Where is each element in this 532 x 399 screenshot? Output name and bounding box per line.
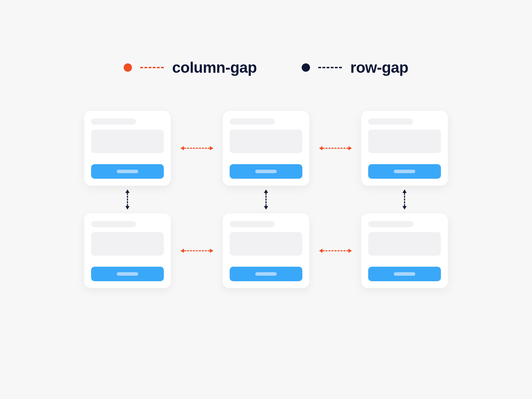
placeholder-button <box>91 267 164 281</box>
placeholder-title <box>368 221 413 227</box>
dashed-line-icon <box>318 67 342 68</box>
arrow-up-icon <box>264 189 268 193</box>
placeholder-button <box>368 267 441 281</box>
placeholder-body <box>91 130 164 153</box>
dashed-line-icon <box>404 193 405 206</box>
arrow-down-icon <box>125 206 130 210</box>
legend-item-row-gap: row-gap <box>302 59 408 76</box>
arrow-right-icon <box>210 146 213 150</box>
diagram-stage <box>84 111 448 288</box>
arrow-right-icon <box>348 249 352 253</box>
row-gap-arrow-icon <box>125 189 130 210</box>
arrow-right-icon <box>348 146 352 150</box>
placeholder-title <box>368 118 413 125</box>
card <box>223 213 309 288</box>
placeholder-body <box>91 232 164 256</box>
arrow-up-icon <box>402 189 407 193</box>
placeholder-title <box>91 118 136 125</box>
arrow-left-icon <box>319 249 322 253</box>
placeholder-body <box>230 130 302 153</box>
arrow-down-icon <box>264 206 268 210</box>
arrow-down-icon <box>402 206 407 210</box>
card <box>84 213 171 288</box>
arrow-left-icon <box>180 249 184 253</box>
placeholder-body <box>368 232 441 256</box>
dashed-line-icon <box>140 67 164 68</box>
legend-label: row-gap <box>350 59 408 76</box>
placeholder-title <box>230 221 275 227</box>
column-gap-arrow-icon <box>180 146 213 150</box>
placeholder-button <box>230 267 302 281</box>
arrow-left-icon <box>180 146 184 150</box>
column-gap-arrow-icon <box>180 249 213 253</box>
dashed-line-icon <box>322 250 348 251</box>
placeholder-button <box>230 164 302 179</box>
column-gap-arrow-icon <box>319 249 352 253</box>
legend-item-column-gap: column-gap <box>124 59 257 76</box>
arrow-right-icon <box>210 249 213 253</box>
dot-icon <box>302 63 310 72</box>
placeholder-button-label <box>255 170 277 173</box>
dashed-line-icon <box>184 250 210 251</box>
arrow-up-icon <box>125 189 130 193</box>
placeholder-title <box>91 221 136 227</box>
row-gap-arrow-icon <box>402 189 407 210</box>
dashed-line-icon <box>266 193 267 206</box>
dashed-line-icon <box>322 148 348 149</box>
placeholder-body <box>230 232 302 256</box>
card <box>361 111 448 186</box>
placeholder-button-label <box>394 170 415 173</box>
arrow-left-icon <box>319 146 322 150</box>
placeholder-button-label <box>394 272 415 276</box>
card <box>84 111 171 186</box>
dashed-line-icon <box>127 193 128 206</box>
placeholder-button-label <box>117 272 138 276</box>
placeholder-body <box>368 130 441 153</box>
placeholder-button <box>91 164 164 179</box>
dashed-line-icon <box>184 148 210 149</box>
dot-icon <box>124 63 132 72</box>
legend: column-gap row-gap <box>0 59 532 76</box>
legend-label: column-gap <box>172 59 257 76</box>
placeholder-button-label <box>255 272 277 276</box>
placeholder-title <box>230 118 275 125</box>
placeholder-button <box>368 164 441 179</box>
row-gap-arrow-icon <box>264 189 268 210</box>
column-gap-arrow-icon <box>319 146 352 150</box>
card <box>361 213 448 288</box>
card <box>223 111 309 186</box>
placeholder-button-label <box>117 170 138 173</box>
